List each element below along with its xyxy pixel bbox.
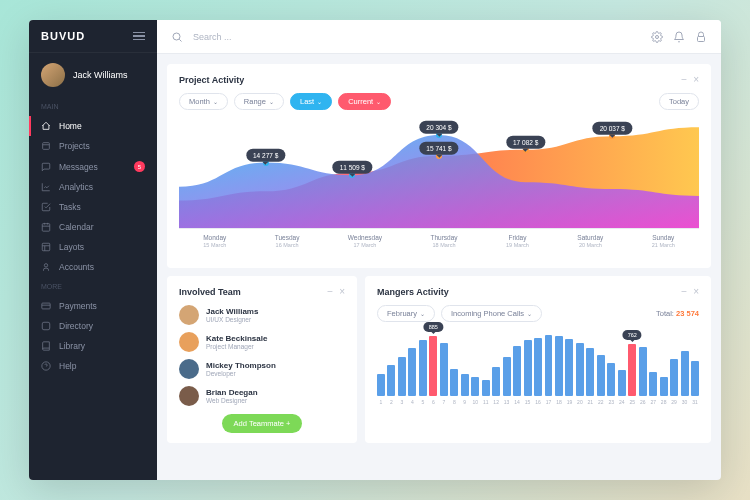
filter-month[interactable]: Month⌄: [179, 93, 228, 110]
filter-today[interactable]: Today: [659, 93, 699, 110]
gear-icon[interactable]: [651, 31, 663, 43]
sidebar-item-messages[interactable]: Messages5: [29, 156, 157, 177]
team-member[interactable]: Kate BeckinsaleProject Manager: [179, 332, 345, 352]
svg-point-3: [44, 264, 47, 267]
close-icon[interactable]: ×: [693, 286, 699, 297]
bar-label: 10: [471, 399, 479, 405]
bar-label: 8: [450, 399, 458, 405]
chart-tooltip: 20 037 $: [593, 122, 632, 135]
sidebar-item-label: Projects: [59, 141, 90, 151]
home-icon: [41, 121, 51, 131]
sidebar-item-calendar[interactable]: Calendar: [29, 217, 157, 237]
topbar-actions: [651, 31, 707, 43]
topbar: [157, 20, 721, 54]
member-name: Mickey Thompson: [206, 361, 276, 370]
svg-rect-1: [42, 224, 50, 232]
filter-last[interactable]: Last⌄: [290, 93, 332, 110]
bar: [639, 347, 647, 396]
sidebar-item-label: Help: [59, 361, 76, 371]
project-activity-panel: Project Activity −× Month⌄ Range⌄ Last⌄ …: [167, 64, 711, 268]
payments-icon: [41, 301, 51, 311]
x-tick: Tuesday16 March: [275, 234, 300, 248]
team-member[interactable]: Brian DeeganWeb Designer: [179, 386, 345, 406]
avatar: [41, 63, 65, 87]
lock-icon[interactable]: [695, 31, 707, 43]
bar-label: 21: [586, 399, 594, 405]
sidebar-item-home[interactable]: Home: [29, 116, 157, 136]
sidebar-item-payments[interactable]: Payments: [29, 296, 157, 316]
sidebar-item-label: Messages: [59, 162, 98, 172]
sidebar-item-help[interactable]: Help: [29, 356, 157, 376]
sidebar-item-layots[interactable]: Layots: [29, 237, 157, 257]
sidebar-item-analytics[interactable]: Analytics: [29, 177, 157, 197]
badge: 5: [134, 161, 145, 172]
bar: [450, 369, 458, 396]
member-name: Kate Beckinsale: [206, 334, 267, 343]
close-icon[interactable]: ×: [693, 74, 699, 85]
filter-call-type[interactable]: Incoming Phone Calls⌄: [441, 305, 542, 322]
bar-label: 31: [691, 399, 699, 405]
team-member[interactable]: Mickey ThompsonDeveloper: [179, 359, 345, 379]
bar: [618, 370, 626, 396]
sidebar-item-accounts[interactable]: Accounts: [29, 257, 157, 277]
sidebar-item-projects[interactable]: Projects: [29, 136, 157, 156]
svg-rect-0: [43, 143, 50, 150]
bar-label: 24: [618, 399, 626, 405]
bar-chart: 885762: [377, 328, 699, 396]
sidebar-item-label: Directory: [59, 321, 93, 331]
bar: [398, 357, 406, 396]
bar-label: 9: [461, 399, 469, 405]
sidebar-item-label: Payments: [59, 301, 97, 311]
search-icon: [171, 31, 183, 43]
managers-activity-panel: Mangers Activity −× February⌄ Incoming P…: [365, 276, 711, 443]
filter-current[interactable]: Current⌄: [338, 93, 391, 110]
sidebar-item-tasks[interactable]: Tasks: [29, 197, 157, 217]
bar-label: 1: [377, 399, 385, 405]
bar: [377, 374, 385, 396]
sidebar-item-label: Library: [59, 341, 85, 351]
bar-label: 20: [576, 399, 584, 405]
user-block[interactable]: Jack Williams: [29, 53, 157, 97]
close-icon[interactable]: ×: [339, 286, 345, 297]
bar-label: 23: [607, 399, 615, 405]
member-role: UI/UX Designer: [206, 316, 258, 323]
bar: [670, 359, 678, 396]
svg-rect-2: [42, 243, 50, 251]
team-member[interactable]: Jack WilliamsUI/UX Designer: [179, 305, 345, 325]
bar: [534, 338, 542, 396]
bar: [691, 361, 699, 396]
bar-tooltip: 885: [424, 322, 443, 332]
filter-range[interactable]: Range⌄: [234, 93, 284, 110]
directory-icon: [41, 321, 51, 331]
member-role: Project Manager: [206, 343, 267, 350]
filter-month-managers[interactable]: February⌄: [377, 305, 435, 322]
search-input[interactable]: [193, 32, 641, 42]
bar-label: 26: [639, 399, 647, 405]
bar-label: 22: [597, 399, 605, 405]
bar: [597, 355, 605, 396]
avatar: [179, 359, 199, 379]
minimize-icon[interactable]: −: [681, 74, 687, 85]
sidebar-item-directory[interactable]: Directory: [29, 316, 157, 336]
bar-label: 2: [387, 399, 395, 405]
minimize-icon[interactable]: −: [681, 286, 687, 297]
sidebar-item-library[interactable]: Library: [29, 336, 157, 356]
sidebar-item-label: Home: [59, 121, 82, 131]
analytics-icon: [41, 182, 51, 192]
bar: [524, 340, 532, 396]
member-name: Jack Williams: [206, 307, 258, 316]
projects-icon: [41, 141, 51, 151]
minimize-icon[interactable]: −: [327, 286, 333, 297]
bar: [387, 365, 395, 396]
bar: [482, 380, 490, 396]
add-teammate-button[interactable]: Add Teammate +: [222, 414, 303, 433]
menu-toggle-icon[interactable]: [133, 32, 145, 41]
panel-title: Involved Team: [179, 287, 241, 297]
bell-icon[interactable]: [673, 31, 685, 43]
bar: [649, 372, 657, 396]
chart-tooltip: 17 082 $: [506, 135, 545, 148]
sidebar-item-label: Accounts: [59, 262, 94, 272]
main: Project Activity −× Month⌄ Range⌄ Last⌄ …: [157, 20, 721, 480]
member-role: Developer: [206, 370, 276, 377]
bar: [576, 343, 584, 396]
